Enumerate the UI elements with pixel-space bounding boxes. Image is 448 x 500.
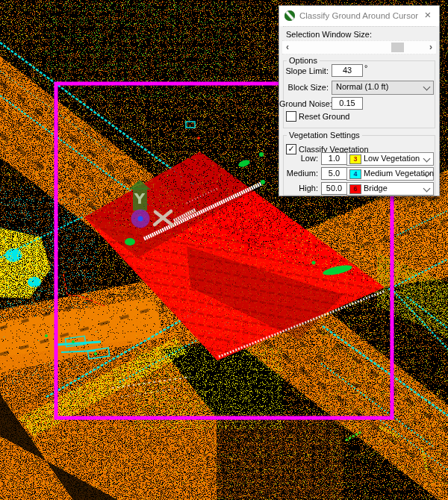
slope-limit-label: Slope Limit: <box>279 66 329 75</box>
low-class-name: Low Vegetation <box>364 153 420 164</box>
classify-ground-icon <box>284 10 295 21</box>
ground-noise-label: Ground Noise: <box>279 99 329 108</box>
high-label: High: <box>279 184 318 193</box>
medium-label: Medium: <box>279 169 318 178</box>
vegetation-settings-label: Vegetation Settings <box>287 131 362 140</box>
slope-limit-unit: ° <box>364 63 367 72</box>
dialog-title-bar[interactable]: Classify Ground Around Cursor × <box>279 6 439 26</box>
selection-window-size-scrollbar[interactable]: ‹ › <box>282 40 436 54</box>
ground-noise-input[interactable]: 0.15 <box>332 97 363 110</box>
slope-limit-input[interactable]: 43 <box>332 64 363 77</box>
chevron-down-icon <box>423 155 431 163</box>
reset-ground-label[interactable]: Reset Ground <box>299 112 349 121</box>
reset-ground-checkbox[interactable] <box>286 111 296 122</box>
scroll-left-icon[interactable]: ‹ <box>283 43 292 52</box>
chevron-down-icon <box>423 84 431 91</box>
options-group-label: Options <box>287 56 320 65</box>
high-class-swatch: 6 <box>349 184 361 194</box>
medium-class-select[interactable]: 4 Medium Vegetation <box>346 167 434 181</box>
y-axis-label: Y <box>134 190 146 207</box>
classify-vegetation-checkbox[interactable]: ✓ <box>286 144 296 154</box>
block-size-select[interactable]: Normal (1.0 ft) <box>332 81 434 95</box>
high-class-name: Bridge <box>364 183 388 194</box>
origin-marker <box>131 210 150 228</box>
high-class-select[interactable]: 6 Bridge <box>346 182 434 196</box>
medium-value-input[interactable]: 5.0 <box>321 167 347 180</box>
title-separator <box>283 26 435 27</box>
scroll-right-icon[interactable]: › <box>426 43 435 52</box>
scrollbar-thumb[interactable] <box>391 43 404 52</box>
low-class-select[interactable]: 3 Low Vegetation <box>346 152 434 166</box>
low-value-input[interactable]: 1.0 <box>321 152 347 165</box>
high-value-input[interactable]: 50.0 <box>321 182 347 195</box>
close-icon[interactable]: × <box>421 8 435 22</box>
low-class-swatch: 3 <box>349 154 361 164</box>
chevron-down-icon <box>423 185 431 193</box>
classify-ground-dialog: Classify Ground Around Cursor × Selectio… <box>279 5 440 196</box>
dialog-title: Classify Ground Around Cursor <box>299 11 418 20</box>
block-size-value: Normal (1.0 ft) <box>336 81 388 93</box>
low-label: Low: <box>279 154 318 163</box>
block-size-label: Block Size: <box>279 83 329 92</box>
application-window: Y Classify Ground Around Cursor × Select… <box>0 0 448 500</box>
medium-class-swatch: 4 <box>349 169 361 179</box>
selection-window-size-label: Selection Window Size: <box>286 30 372 39</box>
